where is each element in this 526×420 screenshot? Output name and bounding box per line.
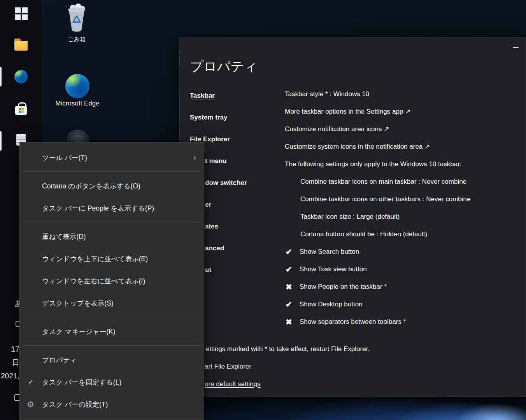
taskbar-context-menu: ツール バー(T) › Cortana のボタンを表示する(O) タスク バーに… [19, 142, 204, 420]
menu-item-toolbars[interactable]: ツール バー(T) › [20, 146, 204, 169]
menu-item-show-people[interactable]: タスク バーに People を表示する(P) [20, 197, 204, 219]
microsoft-store-icon [15, 106, 27, 115]
restart-explorer-link[interactable]: art File Explorer [205, 362, 251, 371]
minimize-button[interactable] [508, 43, 522, 52]
desktop-icon-edge[interactable]: Microsoft Edge [53, 74, 102, 107]
nav-item-fragment[interactable]: ut [205, 266, 211, 274]
check-icon: ✔ [286, 300, 296, 309]
start-button[interactable] [14, 7, 28, 20]
link-settings-app[interactable]: More taskbar options in the Settings app… [285, 107, 410, 116]
window-title: プロパティ [190, 58, 258, 76]
menu-separator [23, 345, 201, 346]
menu-item-show-desktop[interactable]: デスクトップを表示(S) [20, 292, 204, 314]
cross-icon: ✖ [286, 317, 296, 327]
active-app-indicator [0, 131, 2, 151]
clock-weekday[interactable]: 日 [12, 358, 19, 368]
setting-cortana-button[interactable]: Cortana button should be : Hidden (defau… [300, 230, 427, 239]
clock-hour[interactable]: 17 [11, 345, 19, 354]
minimize-icon [513, 47, 519, 48]
restart-note: ettings marked with * to take effect, re… [206, 345, 370, 353]
toggle-show-search[interactable]: ✔ Show Search button [286, 247, 359, 257]
settings-note: The following settings only apply to the… [285, 160, 462, 169]
nav-item-system-tray[interactable]: System tray [190, 114, 227, 121]
nav-item-fragment[interactable]: t menu [205, 157, 227, 165]
toggle-show-people[interactable]: ✖ Show People on the taskbar * [286, 282, 387, 292]
edge-icon [14, 70, 28, 83]
check-icon: ✓ [28, 378, 33, 386]
toggle-show-separators[interactable]: ✖ Show separators between toolbars * [286, 317, 406, 327]
desktop-icon-label: Microsoft Edge [53, 100, 102, 107]
active-app-indicator [0, 67, 2, 86]
properties-window: プロパティ Taskbar System tray File Explorer … [179, 37, 526, 397]
submenu-chevron-icon: › [193, 153, 196, 162]
menu-item-properties[interactable]: プロパティ [20, 349, 204, 371]
nav-item-fragment[interactable]: dow switcher [205, 179, 247, 187]
recycle-bin-icon [64, 3, 89, 33]
check-icon: ✔ [286, 265, 296, 274]
clock-date[interactable]: 2021, [1, 372, 19, 380]
desktop-icon-label: ごみ箱 [53, 36, 101, 43]
folder-icon [14, 41, 28, 51]
nav-item-fragment[interactable]: ates [205, 223, 218, 230]
toggle-show-task-view[interactable]: ✔ Show Task view button [286, 264, 367, 274]
store-button[interactable] [14, 102, 28, 115]
menu-item-side-by-side-windows[interactable]: ウィンドウを左右に並べて表示(I) [20, 270, 204, 292]
setting-taskbar-style: Taskbar style * : Windows 10 [285, 90, 369, 98]
menu-separator [23, 171, 201, 172]
nav-item-fragment[interactable]: er [205, 201, 211, 209]
menu-item-show-cortana[interactable]: Cortana のボタンを表示する(O) [20, 175, 204, 197]
edge-taskbar-button[interactable] [14, 70, 28, 83]
link-notification-area-icons[interactable]: Customize notification area icons ↗ [285, 125, 389, 134]
desktop-icon-recycle-bin[interactable]: ごみ箱 [53, 3, 101, 43]
menu-separator [23, 222, 201, 222]
file-explorer-button[interactable] [14, 38, 28, 51]
nav-item-fragment[interactable]: anced [205, 244, 224, 252]
windows-logo-icon [15, 7, 28, 20]
menu-item-cascade-windows[interactable]: 重ねて表示(D) [20, 225, 204, 248]
setting-icon-size[interactable]: Taskbar icon size : Large (default) [300, 213, 400, 221]
menu-item-stack-windows[interactable]: ウィンドウを上下に並べて表示(E) [20, 248, 204, 270]
setting-combine-other[interactable]: Combine taskbar icons on other taskbars … [300, 195, 470, 204]
gear-icon: ⚙ [27, 400, 34, 409]
setting-combine-main[interactable]: Combine taskbar icons on main taskbar : … [300, 177, 466, 186]
menu-item-lock-taskbar[interactable]: ✓ タスク バーを固定する(L) [20, 371, 204, 393]
menu-item-task-manager[interactable]: タスク マネージャー(K) [20, 320, 204, 343]
cross-icon: ✖ [286, 282, 296, 292]
check-icon: ✔ [286, 247, 296, 257]
restore-defaults-link[interactable]: ore default settings [205, 380, 261, 388]
edge-icon [65, 74, 89, 98]
link-system-icons[interactable]: Customize system icons in the notificati… [285, 142, 430, 151]
toggle-show-desktop[interactable]: ✔ Show Desktop button [286, 299, 363, 309]
menu-separator [23, 317, 201, 317]
menu-item-taskbar-settings[interactable]: ⚙ タスク バーの設定(T) [20, 393, 204, 415]
nav-item-taskbar[interactable]: Taskbar [190, 92, 215, 100]
